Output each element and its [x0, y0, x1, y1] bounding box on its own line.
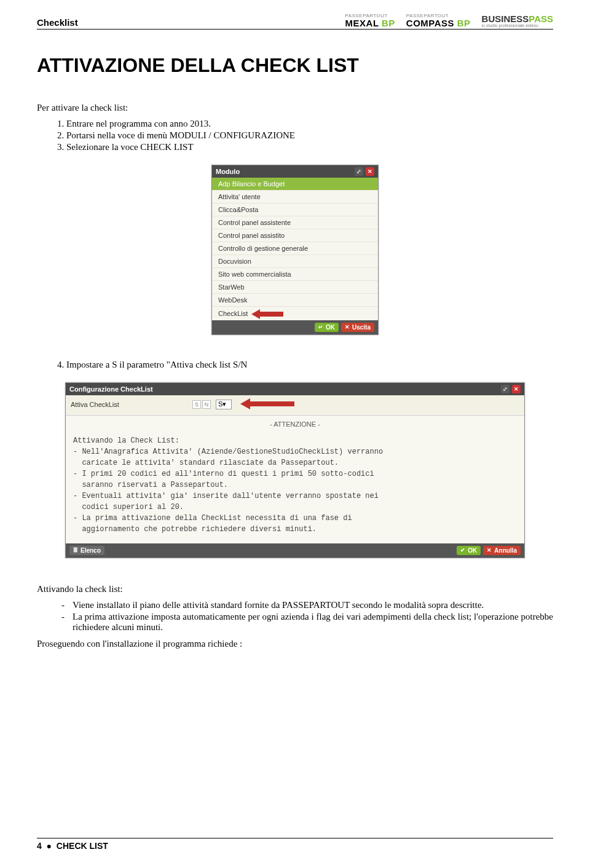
steps-list: Entrare nel programma con anno 2013. Por… [66, 119, 553, 152]
header-checklist: Checklist [37, 17, 78, 28]
modulo-title: Modulo [216, 168, 240, 175]
ok-button[interactable]: ✔OK [457, 546, 481, 555]
list-item-checklist[interactable]: CheckList [212, 307, 378, 320]
close-icon: ✕ [345, 324, 350, 330]
config-body-text: Attivando la Check List: - Nell'Anagrafi… [66, 432, 524, 543]
list-item[interactable]: Docuvision [212, 255, 378, 268]
modulo-footer: ↵OK ✕Uscita [212, 320, 378, 334]
arrow-icon [240, 398, 297, 411]
close-icon[interactable]: ✕ [366, 167, 374, 176]
sn-s-box: S [192, 400, 201, 409]
proseguendo-text: Proseguendo con l'installazione il progr… [37, 637, 553, 651]
page-footer: 4 ● CHECK LIST [37, 838, 553, 851]
footer-label: CHECK LIST [57, 841, 108, 851]
check-icon: ↵ [318, 324, 323, 330]
list-item[interactable]: Sito web commercialista [212, 268, 378, 281]
close-icon[interactable]: ✕ [512, 385, 521, 393]
steps-list-4: Impostare a S il parametro "Attiva check… [66, 360, 553, 370]
list-item: La prima attivazione imposta automaticam… [61, 612, 553, 633]
list-item[interactable]: Attivita' utente [212, 191, 378, 203]
config-row: Attiva CheckList S N S▾ [66, 395, 524, 414]
config-titlebar: Configurazione CheckList ⤢ ✕ [66, 383, 524, 395]
attivando-intro: Attivando la check list: [37, 583, 553, 596]
list-item: Viene installato il piano delle attività… [61, 600, 553, 610]
config-footer: ≣Elenco ✔OK ✕Annulla [66, 543, 524, 558]
page-header: Checklist PASSEPARTOUT MEXAL BP PASSEPAR… [37, 14, 553, 30]
logo-businesspass: BUSINESSPASS lo studio professionale est… [482, 14, 553, 28]
page-number: 4 [37, 841, 42, 851]
arrow-icon [251, 309, 280, 318]
ok-button[interactable]: ↵OK [315, 323, 339, 332]
attivando-list: Viene installato il piano delle attività… [61, 600, 553, 633]
list-item[interactable]: WebDesk [212, 294, 378, 307]
check-icon: ✔ [460, 547, 465, 553]
attivando-section: Attivando la check list: Viene installat… [37, 583, 553, 651]
list-icon: ≣ [73, 547, 78, 553]
logo-compass: PASSEPARTOUT COMPASS BP [406, 14, 471, 28]
list-item[interactable]: StarWeb [212, 281, 378, 294]
annulla-button[interactable]: ✕Annulla [483, 546, 521, 555]
config-input[interactable]: S▾ [216, 400, 232, 409]
modulo-window: Modulo ⤢ ✕ Adp Bilancio e Budget Attivit… [211, 165, 379, 335]
modulo-titlebar: Modulo ⤢ ✕ [212, 165, 378, 178]
intro-text: Per attivare la check list: [37, 101, 553, 115]
modulo-list: Adp Bilancio e Budget Attivita' utente C… [212, 178, 378, 320]
sn-boxes: S N [192, 400, 211, 409]
expand-icon[interactable]: ⤢ [501, 385, 509, 393]
list-item[interactable]: Adp Bilancio e Budget [212, 178, 378, 191]
list-item: Portarsi nella voce di menù MODULI / CON… [66, 130, 553, 141]
list-item[interactable]: Controllo di gestione generale [212, 242, 378, 255]
bullet-icon: ● [47, 841, 52, 851]
svg-marker-0 [251, 309, 283, 319]
page-title: ATTIVAZIONE DELLA CHECK LIST [37, 54, 553, 77]
svg-marker-1 [240, 398, 294, 409]
config-title: Configurazione CheckList [69, 385, 153, 393]
elenco-button[interactable]: ≣Elenco [69, 546, 104, 555]
header-logos: PASSEPARTOUT MEXAL BP PASSEPARTOUT COMPA… [345, 14, 553, 28]
config-label: Attiva CheckList [71, 401, 187, 408]
close-icon: ✕ [487, 547, 492, 553]
expand-icon[interactable]: ⤢ [355, 167, 363, 176]
list-item: Impostare a S il parametro "Attiva check… [66, 360, 553, 370]
attenzione-label: - ATTENZIONE - [66, 416, 524, 432]
config-window: Configurazione CheckList ⤢ ✕ Attiva Chec… [65, 382, 525, 558]
list-item[interactable]: Clicca&Posta [212, 203, 378, 216]
list-item[interactable]: Control panel assistente [212, 216, 378, 229]
list-item[interactable]: Control panel assistito [212, 229, 378, 242]
list-item: Entrare nel programma con anno 2013. [66, 119, 553, 129]
list-item: Selezionare la voce CHECK LIST [66, 142, 553, 152]
uscita-button[interactable]: ✕Uscita [341, 323, 374, 332]
logo-mexal: PASSEPARTOUT MEXAL BP [345, 14, 395, 28]
sn-n-box: N [202, 400, 211, 409]
